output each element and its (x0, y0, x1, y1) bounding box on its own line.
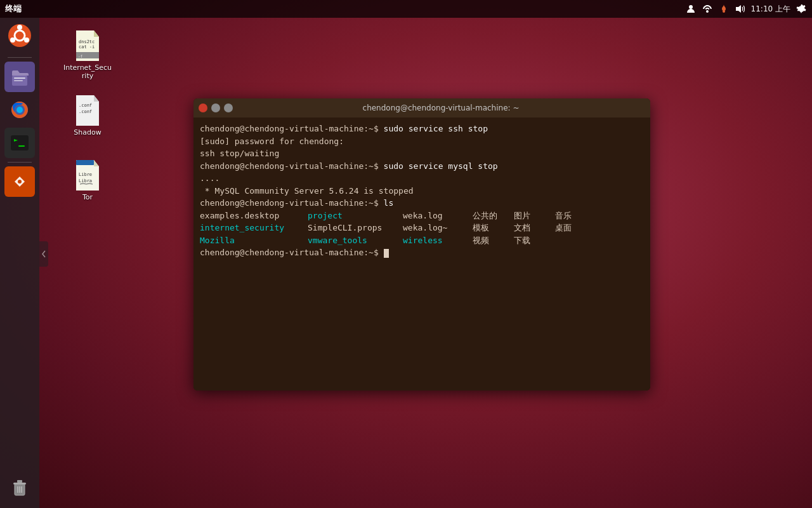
shadow-label: Shadow (74, 128, 101, 137)
terminal-close-button[interactable] (199, 104, 207, 112)
svg-rect-21 (17, 480, 22, 483)
svg-rect-37 (76, 160, 94, 165)
desktop-icon-internet-security[interactable]: dns2tc cat -i -f Internet_Security (62, 30, 113, 80)
person-icon[interactable] (685, 3, 697, 15)
launcher-collapse-button[interactable] (39, 241, 48, 267)
settings-icon[interactable] (796, 3, 807, 15)
ls-vmware: vmware_tools (308, 234, 403, 247)
prompt-7: chendong@chendong-virtual-machine:~$ (200, 198, 384, 208)
terminal-cursor (384, 249, 389, 258)
svg-text:Libra: Libra (79, 178, 92, 184)
prompt-1: chendong@chendong-virtual-machine:~$ (200, 124, 384, 133)
ls-wendang: 文档 (514, 222, 555, 234)
svg-text:dns2tc: dns2tc (79, 39, 95, 44)
terminal-line-7: chendong@chendong-virtual-machine:~$ ls (200, 197, 644, 210)
prompt-final: chendong@chendong-virtual-machine:~$ (200, 248, 384, 257)
terminal-line-6: * MySQL Community Server 5.6.24 is stopp… (200, 185, 644, 197)
svg-marker-1 (736, 5, 741, 13)
ls-examples-desktop: examples.desktop (200, 210, 308, 222)
svg-rect-16 (18, 145, 25, 147)
output-2: [sudo] password for chendong: (200, 137, 344, 146)
flame-icon[interactable] (718, 3, 730, 15)
ubuntu-logo-icon (8, 23, 32, 48)
terminal-line-4: chendong@chendong-virtual-machine:~$ sud… (200, 160, 644, 173)
svg-point-18 (18, 180, 22, 184)
tor-icon-image: Libre Libra (72, 160, 103, 190)
ls-shipin: 视频 (473, 234, 514, 247)
launcher-item-firefox[interactable] (4, 95, 35, 125)
svg-rect-9 (14, 77, 25, 79)
ls-weka-log-tilde: weka.log~ (403, 222, 473, 234)
launcher-item-files[interactable] (4, 62, 35, 92)
terminal-line-3: ssh stop/waiting (200, 147, 644, 160)
terminal-ls-row1: examples.desktop project weka.log 公共的 图片… (200, 210, 644, 222)
top-panel-right: 11:10 上午 (685, 3, 807, 15)
launcher-item-package[interactable] (4, 166, 35, 197)
prompt-4: chendong@chendong-virtual-machine:~$ (200, 161, 384, 171)
internet-security-icon-image: dns2tc cat -i -f (72, 30, 103, 61)
svg-marker-32 (94, 95, 99, 102)
desktop-icon-shadow[interactable]: .conf .conf Shadow (62, 95, 113, 137)
terminal-line-2: [sudo] password for chendong: (200, 135, 644, 148)
output-3: ssh stop/waiting (200, 149, 279, 158)
svg-text:Libre: Libre (79, 172, 92, 177)
ls-tupian: 图片 (514, 210, 555, 222)
output-5: .... (200, 173, 219, 183)
launcher-separator-2 (8, 162, 32, 163)
launcher-item-trash[interactable] (4, 472, 35, 503)
firefox-icon (8, 98, 31, 121)
terminal-line-1: chendong@chendong-virtual-machine:~$ sud… (200, 123, 644, 135)
package-icon (10, 171, 30, 192)
terminal-titlebar: chendong@chendong-virtual-machine: ~ (193, 98, 650, 117)
clock-display: 11:10 上午 (751, 4, 790, 15)
svg-point-6 (24, 37, 29, 43)
terminal-body[interactable]: chendong@chendong-virtual-machine:~$ sud… (193, 117, 650, 391)
ls-internet-security: internet_security (200, 222, 308, 234)
svg-marker-36 (94, 160, 99, 166)
cmd-1: sudo service ssh stop (384, 124, 488, 133)
ls-simplecli: SimpleCLI.props (308, 222, 403, 234)
ls-project: project (308, 210, 403, 222)
ls-muban: 模板 (473, 222, 514, 234)
volume-icon[interactable] (735, 3, 746, 15)
ls-mozilla: Mozilla (200, 234, 308, 247)
terminal-icon (10, 133, 30, 153)
shadow-file-icon: .conf .conf (74, 95, 102, 126)
ls-xiazai: 下载 (514, 234, 555, 247)
svg-text:.conf: .conf (79, 109, 92, 114)
ls-gongde: 公共的 (473, 210, 514, 222)
ls-weka-log: weka.log (403, 210, 473, 222)
svg-point-0 (689, 5, 693, 9)
tor-label: Tor (82, 193, 93, 201)
desktop-icon-tor[interactable]: Libre Libra Tor (62, 160, 113, 201)
svg-point-7 (10, 37, 15, 43)
top-panel: 终端 11:10 上午 (0, 0, 812, 18)
svg-marker-26 (94, 30, 99, 37)
terminal-window: chendong@chendong-virtual-machine: ~ che… (193, 98, 650, 391)
svg-rect-14 (11, 135, 29, 150)
terminal-maximize-button[interactable] (224, 104, 233, 112)
launcher-item-ubuntu[interactable] (4, 20, 35, 51)
top-panel-left: 终端 (5, 3, 22, 15)
terminal-minimize-button[interactable] (211, 104, 220, 112)
ls-yinyue: 音乐 (555, 210, 587, 222)
svg-text:-f: -f (78, 54, 83, 58)
terminal-line-5: .... (200, 172, 644, 185)
shadow-icon-image: .conf .conf (72, 95, 103, 126)
svg-text:.conf: .conf (79, 103, 92, 108)
ls-zhuomian: 桌面 (555, 222, 587, 234)
launcher-item-terminal[interactable] (4, 128, 35, 158)
output-6: * MySQL Community Server 5.6.24 is stopp… (200, 186, 414, 196)
cmd-7: ls (384, 198, 394, 208)
trash-icon (10, 478, 30, 498)
svg-text:cat -i: cat -i (79, 44, 95, 50)
launcher (0, 18, 39, 508)
network-icon[interactable] (702, 3, 713, 15)
top-panel-title: 终端 (5, 3, 22, 15)
terminal-title: chendong@chendong-virtual-machine: ~ (237, 104, 645, 112)
svg-point-13 (16, 107, 23, 113)
terminal-ls-row2: internet_security SimpleCLI.props weka.l… (200, 222, 644, 234)
terminal-ls-row3: Mozilla vmware_tools wireless 视频 下载 (200, 234, 644, 247)
svg-rect-10 (14, 80, 23, 81)
svg-point-5 (17, 25, 22, 30)
